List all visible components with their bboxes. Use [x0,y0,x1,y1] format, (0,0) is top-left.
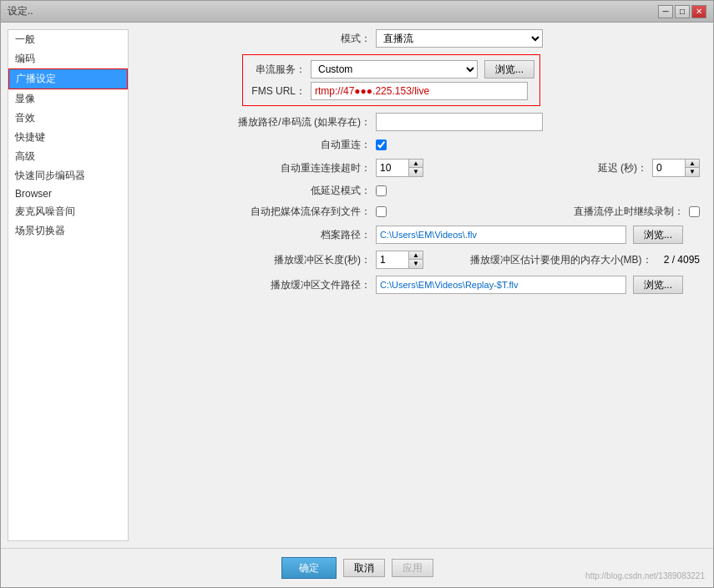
buffer-length-spinbox: ▲ ▼ [376,251,423,269]
window-title: 设定.. [8,4,33,18]
sidebar-item-broadcast[interactable]: 广播设定 [8,68,128,89]
buffer-size-value: 2 / 4095 [664,254,700,266]
footer: 确定 取消 应用 http://blog.csdn.net/1389083221 [1,548,713,587]
sidebar-item-advanced[interactable]: 高级 [8,147,128,166]
stream-service-select[interactable]: Custom Twitch YouTube [311,60,478,79]
low-latency-checkbox[interactable] [376,185,387,196]
ok-button[interactable]: 确定 [281,557,337,579]
sidebar-item-general[interactable]: 一般 [8,30,128,49]
mode-select[interactable]: 直播流 录像 [376,29,543,48]
buffer-size-label: 播放缓冲区估计要使用的内存大小(MB)： [470,253,657,267]
buffer-path-input[interactable] [376,276,626,294]
mode-row: 模式： 直播流 录像 [142,29,700,48]
archive-path-input[interactable] [376,226,626,244]
sidebar-item-quick-sync[interactable]: 快速同步编码器 [8,166,128,185]
delay-up[interactable]: ▲ [686,160,699,168]
stream-service-browse-button[interactable]: 浏览... [484,60,534,79]
watermark: http://blog.csdn.net/1389083221 [585,571,705,580]
auto-save-continue-label: 直播流停止时继续录制： [574,205,689,219]
sidebar-item-audio[interactable]: 音效 [8,109,128,128]
buffer-length-up[interactable]: ▲ [409,251,423,260]
reconnect-timeout-up[interactable]: ▲ [409,160,423,168]
buffer-length-label: 播放缓冲区长度(秒)： [142,253,376,267]
delay-label: 延迟 (秒)： [598,161,652,175]
reconnect-timeout-arrows: ▲ ▼ [409,159,423,177]
sidebar: 一般 编码 广播设定 显像 音效 快捷键 高级 快速同步编码器 Browser … [8,29,129,541]
buffer-length-row: 播放缓冲区长度(秒)： ▲ ▼ 播放缓冲区估计要使用的内存大小(MB)： 2 /… [142,251,700,269]
stream-service-box: 串流服务： Custom Twitch YouTube 浏览... FMS UR… [242,54,540,106]
playpath-row: 播放路径/串码流 (如果存在)： [142,113,700,131]
buffer-path-label: 播放缓冲区文件路径： [142,278,376,292]
auto-save-label: 自动把媒体流保存到文件： [142,205,376,219]
cancel-button[interactable]: 取消 [343,559,385,577]
apply-button[interactable]: 应用 [392,559,433,577]
auto-reconnect-row: 自动重连： [142,138,700,152]
stream-service-label: 串流服务： [248,63,311,77]
reconnect-timeout-row: 自动重连连接超时： ▲ ▼ 延迟 (秒)： ▲ ▼ [142,159,700,177]
content-area: 一般 编码 广播设定 显像 音效 快捷键 高级 快速同步编码器 Browser … [1,23,713,548]
buffer-length-arrows: ▲ ▼ [409,251,423,269]
archive-path-label: 档案路径： [142,228,376,242]
mode-label: 模式： [142,32,376,46]
buffer-length-down[interactable]: ▼ [409,260,423,268]
auto-save-checkbox[interactable] [376,206,387,217]
delay-input[interactable] [652,159,686,177]
maximize-button[interactable]: □ [675,5,690,18]
delay-spinbox: ▲ ▼ [652,159,700,177]
delay-arrows: ▲ ▼ [686,159,700,177]
sidebar-item-display[interactable]: 显像 [8,89,128,109]
buffer-path-row: 播放缓冲区文件路径： 浏览... [142,276,700,294]
archive-browse-button[interactable]: 浏览... [633,226,683,244]
delay-down[interactable]: ▼ [686,168,699,176]
minimize-button[interactable]: ─ [658,5,673,18]
reconnect-timeout-down[interactable]: ▼ [409,168,423,176]
buffer-browse-button[interactable]: 浏览... [633,276,683,294]
settings-window: 设定.. ─ □ ✕ 一般 编码 广播设定 显像 音效 快捷键 高级 快速同步编… [0,0,714,588]
reconnect-timeout-label: 自动重连连接超时： [142,161,376,175]
fms-url-label: FMS URL： [248,84,311,99]
title-bar: 设定.. ─ □ ✕ [1,1,713,23]
auto-save-continue-checkbox[interactable] [689,206,700,217]
fms-url-row: FMS URL： [248,82,534,100]
auto-reconnect-label: 自动重连： [142,138,376,152]
window-controls: ─ □ ✕ [658,5,706,18]
stream-service-row: 串流服务： Custom Twitch YouTube 浏览... [248,60,534,79]
main-panel: 模式： 直播流 录像 串流服务： Custom Twitch YouTube [129,23,713,548]
sidebar-item-hotkeys[interactable]: 快捷键 [8,128,128,147]
playpath-label: 播放路径/串码流 (如果存在)： [142,115,376,129]
buffer-length-input[interactable] [376,251,409,269]
reconnect-timeout-spinbox: ▲ ▼ [376,159,423,177]
reconnect-timeout-input[interactable] [376,159,409,177]
archive-path-row: 档案路径： 浏览... [142,226,700,244]
mode-control: 直播流 录像 [376,29,700,48]
sidebar-item-mic-noise[interactable]: 麦克风噪音间 [8,202,128,221]
low-latency-label: 低延迟模式： [142,184,376,198]
low-latency-row: 低延迟模式： [142,184,700,198]
close-button[interactable]: ✕ [691,5,706,18]
playpath-input[interactable] [376,113,543,131]
sidebar-item-scene-switcher[interactable]: 场景切换器 [8,221,128,241]
sidebar-item-browser[interactable]: Browser [8,185,128,202]
auto-save-row: 自动把媒体流保存到文件： 直播流停止时继续录制： [142,205,700,219]
sidebar-item-encoding[interactable]: 编码 [8,49,128,68]
fms-url-input[interactable] [311,82,528,100]
auto-reconnect-checkbox[interactable] [376,139,387,150]
